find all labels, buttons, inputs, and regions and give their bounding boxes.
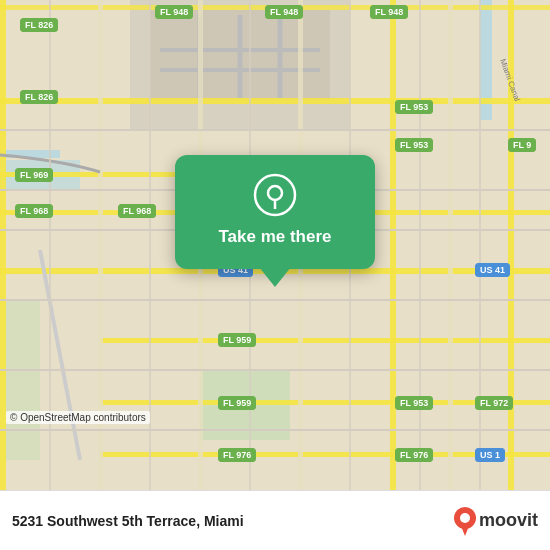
road-label-fl953-1: FL 953 — [395, 100, 433, 114]
road-label-fl969: FL 969 — [15, 168, 53, 182]
road-label-fl948-1: FL 948 — [155, 5, 193, 19]
road-label-fl968-2: FL 968 — [118, 204, 156, 218]
svg-marker-47 — [461, 526, 469, 536]
moovit-brand-text: moovit — [479, 510, 538, 531]
svg-point-46 — [460, 513, 470, 523]
svg-rect-17 — [100, 338, 550, 343]
road-label-fl953-3: FL 953 — [395, 396, 433, 410]
road-label-fl968-1: FL 968 — [15, 204, 53, 218]
road-label-fl948-2: FL 948 — [265, 5, 303, 19]
road-label-fl976-2: FL 976 — [395, 448, 433, 462]
svg-point-43 — [268, 186, 282, 200]
road-label-fl959-2: FL 959 — [218, 396, 256, 410]
footer-address-block: 5231 Southwest 5th Terrace, Miami — [12, 513, 244, 529]
road-label-fl9: FL 9 — [508, 138, 536, 152]
map-attribution: © OpenStreetMap contributors — [6, 411, 150, 424]
road-label-fl948-3: FL 948 — [370, 5, 408, 19]
footer: 5231 Southwest 5th Terrace, Miami moovit — [0, 490, 550, 550]
footer-address: 5231 Southwest 5th Terrace, Miami — [12, 513, 244, 529]
moovit-pin-icon — [453, 506, 477, 536]
svg-rect-25 — [390, 0, 396, 490]
road-label-us1: US 1 — [475, 448, 505, 462]
road-label-fl826-1: FL 826 — [20, 18, 58, 32]
popup-label: Take me there — [218, 227, 331, 247]
popup-card[interactable]: Take me there — [175, 155, 375, 269]
road-label-us41-2: US 41 — [475, 263, 510, 277]
road-label-fl976-1: FL 976 — [218, 448, 256, 462]
map-container: Miami Canal FL 948 FL 948 FL 948 FL 826 … — [0, 0, 550, 490]
svg-rect-27 — [448, 0, 453, 490]
road-label-fl972: FL 972 — [475, 396, 513, 410]
moovit-logo: moovit — [453, 506, 538, 536]
road-label-fl953-2: FL 953 — [395, 138, 433, 152]
road-label-fl826-2: FL 826 — [20, 90, 58, 104]
road-label-fl959-1: FL 959 — [218, 333, 256, 347]
location-pin-icon — [253, 173, 297, 217]
svg-rect-13 — [0, 98, 550, 104]
